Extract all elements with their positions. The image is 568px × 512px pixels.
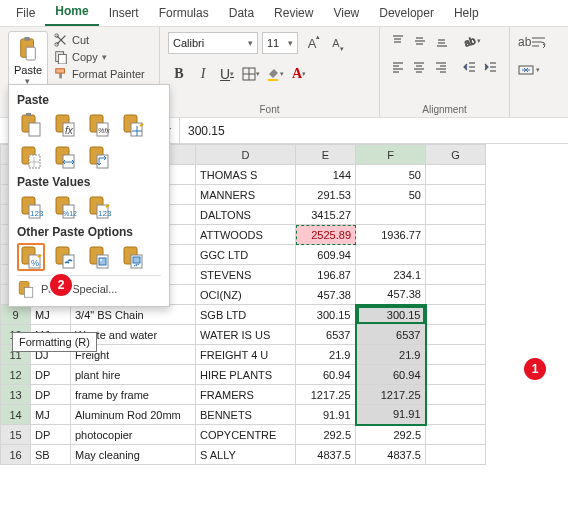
font-name-select[interactable]: Calibri▾ [168, 32, 258, 54]
svg-rect-1 [24, 37, 29, 41]
paste-formatting-option[interactable]: % [17, 243, 45, 271]
merge-button[interactable]: ▾ [518, 59, 560, 81]
tooltip-formatting: Formatting (R) [12, 332, 97, 352]
paste-linked-picture-option[interactable] [119, 243, 147, 271]
menubar: File Home Insert Formulas Data Review Vi… [0, 0, 568, 26]
increase-font-button[interactable]: A▴ [302, 32, 322, 54]
menu-developer[interactable]: Developer [369, 2, 444, 26]
font-size-select[interactable]: 11▾ [262, 32, 298, 54]
table-row[interactable]: 16SBMay cleaningS ALLY4837.54837.5 [1, 445, 486, 465]
align-top-button[interactable] [388, 31, 408, 51]
paste-no-borders-option[interactable] [17, 143, 45, 171]
svg-text:%123: %123 [63, 210, 77, 217]
borders-button[interactable]: ▾ [240, 63, 262, 85]
table-row[interactable]: 9MJ3/4" BS ChainSGB LTD300.15300.15 [1, 305, 486, 325]
align-middle-button[interactable] [410, 31, 430, 51]
svg-text:123: 123 [98, 209, 111, 218]
chevron-down-icon: ▾ [248, 38, 253, 48]
svg-text:fx: fx [65, 125, 74, 136]
paste-label: Paste [14, 64, 42, 76]
menu-view[interactable]: View [323, 2, 369, 26]
svg-text:%fx: %fx [98, 127, 110, 134]
svg-rect-81 [133, 257, 140, 263]
menu-data[interactable]: Data [219, 2, 264, 26]
underline-button[interactable]: U▾ [216, 63, 238, 85]
align-center-button[interactable] [409, 57, 428, 77]
paste-transpose-option[interactable] [85, 143, 113, 171]
svg-rect-7 [56, 69, 65, 73]
ribbon-group-font: Calibri▾ 11▾ A▴ A▾ B I U▾ ▾ ▾ A▾ Font [160, 27, 380, 117]
font-name-value: Calibri [173, 37, 204, 49]
svg-rect-83 [25, 288, 33, 298]
bucket-icon [266, 67, 280, 81]
paste-values-option[interactable]: 123 [17, 193, 45, 221]
menu-home[interactable]: Home [45, 0, 98, 26]
group-label-alignment: Alignment [380, 104, 509, 115]
svg-rect-44 [29, 123, 40, 136]
paintbrush-icon [54, 67, 68, 81]
align-bottom-button[interactable] [432, 31, 452, 51]
wrap-icon [531, 36, 547, 48]
table-row[interactable]: 15DPphotocopierCOPYCENTRE292.5292.5 [1, 425, 486, 445]
orientation-button[interactable]: ab▾ [462, 31, 482, 51]
fill-color-button[interactable]: ▾ [264, 63, 286, 85]
decrease-indent-button[interactable] [460, 57, 479, 77]
decrease-font-button[interactable]: A▾ [326, 32, 346, 54]
ribbon-group-alignment: ab▾ Alignment [380, 27, 510, 117]
svg-text:%: % [31, 258, 39, 268]
font-color-button[interactable]: A▾ [288, 63, 310, 85]
scissors-icon [54, 33, 68, 47]
ribbon-group-extra: ab ▾ [510, 27, 568, 117]
svg-rect-77 [99, 258, 106, 265]
copy-icon [54, 50, 68, 64]
menu-insert[interactable]: Insert [99, 2, 149, 26]
clipboard-paste-icon [17, 36, 39, 62]
paste-col-widths-option[interactable] [51, 143, 79, 171]
wrap-text-button[interactable]: ab [518, 31, 560, 53]
cut-label: Cut [72, 34, 89, 46]
bold-button[interactable]: B [168, 63, 190, 85]
paste-picture-option[interactable] [85, 243, 113, 271]
panel-title-other: Other Paste Options [17, 225, 161, 239]
paste-formulas-option[interactable]: fx [51, 111, 79, 139]
table-row[interactable]: 12DPplant hireHIRE PLANTS60.9460.94 [1, 365, 486, 385]
svg-rect-43 [26, 113, 31, 116]
formula-input[interactable]: 300.15 [180, 124, 568, 138]
paste-options-panel: Paste fx %fx Paste Values 123 %123 123 O… [8, 84, 170, 307]
menu-review[interactable]: Review [264, 2, 323, 26]
annotation-2: 2 [50, 274, 72, 296]
copy-button[interactable]: Copy ▾ [54, 50, 145, 64]
copy-label: Copy [72, 51, 98, 63]
paste-all-option[interactable] [17, 111, 45, 139]
italic-button[interactable]: I [192, 63, 214, 85]
menu-help[interactable]: Help [444, 2, 489, 26]
chevron-down-icon: ▾ [102, 52, 107, 62]
menu-formulas[interactable]: Formulas [149, 2, 219, 26]
annotation-1: 1 [524, 358, 546, 380]
align-right-button[interactable] [431, 57, 450, 77]
table-row[interactable]: 13DPframe by frameFRAMERS1217.251217.25 [1, 385, 486, 405]
format-painter-label: Format Painter [72, 68, 145, 80]
paste-keep-source-option[interactable] [119, 111, 147, 139]
chevron-down-icon: ▾ [288, 38, 293, 48]
align-left-button[interactable] [388, 57, 407, 77]
cut-button[interactable]: Cut [54, 33, 145, 47]
border-icon [242, 67, 256, 81]
paste-values-numfmt-option[interactable]: %123 [51, 193, 79, 221]
paste-link-option[interactable] [51, 243, 79, 271]
svg-point-78 [100, 259, 102, 261]
paste-formulas-numfmt-option[interactable]: %fx [85, 111, 113, 139]
paste-special-icon [17, 280, 35, 298]
svg-text:ab: ab [463, 34, 477, 48]
group-label-font: Font [160, 104, 379, 115]
chevron-down-icon: ▾ [536, 66, 540, 74]
table-row[interactable]: 14MJAluminum Rod 20mmBENNETS91.9191.91 [1, 405, 486, 425]
merge-icon [518, 63, 534, 77]
menu-file[interactable]: File [6, 2, 45, 26]
svg-rect-12 [268, 79, 278, 81]
paste-special-option[interactable]: Paste Special... [17, 275, 161, 298]
svg-rect-2 [26, 47, 35, 60]
increase-indent-button[interactable] [482, 57, 501, 77]
format-painter-button[interactable]: Format Painter [54, 67, 145, 81]
paste-values-srcfmt-option[interactable]: 123 [85, 193, 113, 221]
